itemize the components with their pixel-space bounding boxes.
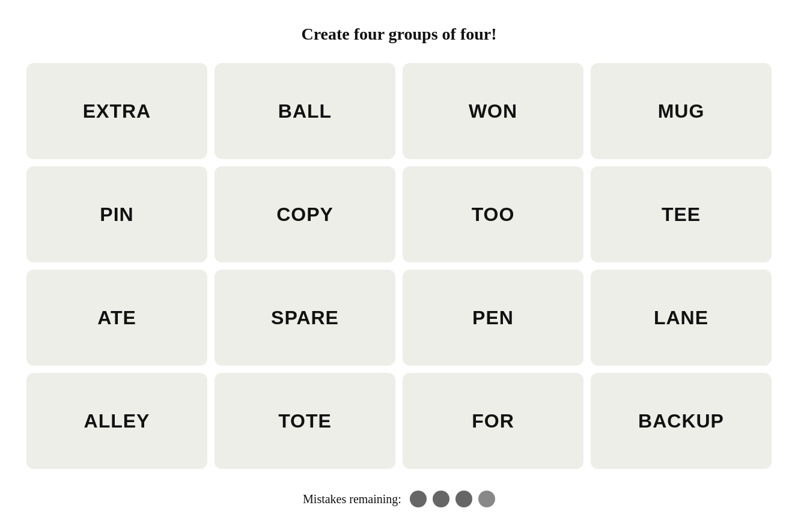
card-label-pin: PIN xyxy=(100,204,133,226)
card-won[interactable]: WON xyxy=(403,63,583,159)
card-tee[interactable]: TEE xyxy=(591,166,772,262)
card-backup[interactable]: BACKUP xyxy=(591,373,772,469)
card-mug[interactable]: MUG xyxy=(591,63,772,159)
mistake-dot-3 xyxy=(455,491,472,507)
card-label-extra: EXTRA xyxy=(83,100,151,122)
card-label-pen: PEN xyxy=(472,307,514,329)
card-lane[interactable]: LANE xyxy=(591,270,772,366)
card-label-alley: ALLEY xyxy=(84,410,150,432)
card-label-ate: ATE xyxy=(97,307,136,329)
page-title: Create four groups of four! xyxy=(301,25,496,44)
card-pin[interactable]: PIN xyxy=(26,166,207,262)
card-alley[interactable]: ALLEY xyxy=(26,373,207,469)
card-label-tote: TOTE xyxy=(278,410,332,432)
card-tote[interactable]: TOTE xyxy=(215,373,395,469)
card-label-backup: BACKUP xyxy=(638,410,724,432)
card-ball[interactable]: BALL xyxy=(215,63,395,159)
card-copy[interactable]: COPY xyxy=(215,166,395,262)
card-label-copy: COPY xyxy=(276,204,334,226)
card-for[interactable]: FOR xyxy=(403,373,583,469)
mistake-dot-2 xyxy=(433,491,449,507)
card-label-for: FOR xyxy=(472,410,514,432)
card-label-won: WON xyxy=(469,100,517,122)
mistakes-dots xyxy=(410,491,495,507)
card-label-ball: BALL xyxy=(278,100,332,122)
card-label-spare: SPARE xyxy=(271,307,339,329)
mistakes-section: Mistakes remaining: xyxy=(303,491,495,507)
card-ate[interactable]: ATE xyxy=(26,270,207,366)
mistake-dot-4 xyxy=(478,491,495,507)
mistakes-label: Mistakes remaining: xyxy=(303,492,401,506)
card-label-too: TOO xyxy=(472,204,515,226)
card-pen[interactable]: PEN xyxy=(403,270,583,366)
card-extra[interactable]: EXTRA xyxy=(26,63,207,159)
mistake-dot-1 xyxy=(410,491,427,507)
card-label-mug: MUG xyxy=(658,100,705,122)
card-label-lane: LANE xyxy=(654,307,708,329)
card-spare[interactable]: SPARE xyxy=(215,270,395,366)
word-grid: EXTRABALLWONMUGPINCOPYTOOTEEATESPAREPENL… xyxy=(26,63,772,469)
card-label-tee: TEE xyxy=(662,204,701,226)
card-too[interactable]: TOO xyxy=(403,166,583,262)
